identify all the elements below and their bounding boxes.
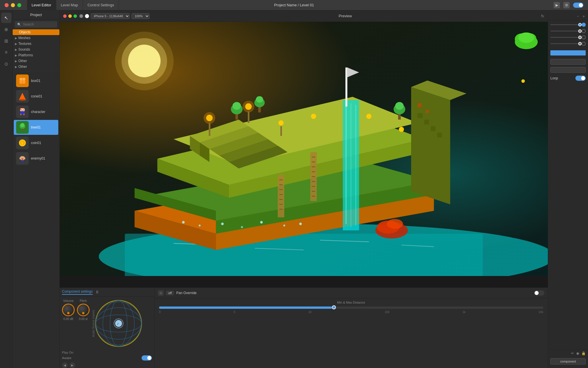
tree-item-sounds[interactable]: ▶ Sounds (13, 47, 59, 52)
slider-track-2[interactable] (550, 31, 580, 31)
distance-ticks: 0 5 10 100 1k 10k (158, 310, 544, 314)
slider-row-3 (550, 35, 586, 39)
slider-thumb-4[interactable] (578, 42, 582, 45)
slider-thumb-3[interactable] (578, 36, 582, 39)
tab-level-map[interactable]: Level Map (56, 0, 83, 10)
tree-label-sounds: Sounds (18, 47, 30, 51)
asset-item-enemy01[interactable]: enemy01 (14, 151, 58, 166)
edit-icon[interactable]: ✏ (571, 351, 574, 355)
tree-label-meshes: Meshes (18, 36, 30, 40)
minimize-button[interactable] (11, 3, 15, 7)
settings-button[interactable]: ⚙ (563, 2, 570, 8)
slider-track-1[interactable] (550, 24, 580, 25)
asset-thumb-tree01 (16, 121, 29, 134)
preview-close[interactable] (63, 14, 67, 18)
tree-arrow-platforms: ▶ (15, 54, 17, 57)
spatial-sphere[interactable]: ♪ Audio Source (name) (94, 299, 143, 348)
tab-control-settings[interactable]: Control Settings (83, 0, 119, 10)
svg-rect-116 (418, 103, 422, 107)
asset-item-cone01[interactable]: cone01 (14, 89, 58, 104)
search-icon: 🔍 (17, 23, 21, 26)
global-toggle[interactable] (573, 3, 583, 8)
preview-minimize[interactable] (68, 14, 72, 18)
radio-2[interactable] (582, 29, 586, 33)
eye-icon[interactable]: ◉ (576, 351, 579, 355)
svg-point-108 (283, 225, 285, 227)
plus-button[interactable]: ＋ (582, 14, 586, 19)
preview-maximize[interactable] (74, 14, 77, 18)
slider-thumb-1[interactable] (578, 23, 582, 26)
distance-slider-thumb[interactable] (332, 305, 336, 309)
tree-label-platforms: Platforms (18, 53, 33, 57)
loop-row: Loop (548, 74, 588, 83)
comp-b-tab[interactable]: B (96, 290, 98, 294)
refresh-button[interactable]: ↻ (541, 14, 544, 18)
zoom-dropdown[interactable]: 100% (131, 13, 150, 19)
mode-retina[interactable] (85, 14, 89, 18)
awake-toggle[interactable] (142, 355, 152, 361)
radio-3[interactable] (582, 35, 586, 39)
device-dropdown[interactable]: iPhone 5 - 1136x640 (91, 13, 130, 19)
radio-1[interactable] (582, 23, 586, 27)
slider-track-3[interactable] (550, 37, 580, 38)
tree-item-meshes[interactable]: ▶ Meshes (13, 35, 59, 41)
asset-thumb-coin01: $ (16, 137, 29, 149)
pan-icon: ⊡ (158, 290, 164, 296)
slider-row-1 (550, 23, 586, 27)
asset-thumb-cone01 (16, 90, 29, 103)
minus-button[interactable]: － (576, 14, 580, 19)
pitch-knob[interactable] (77, 304, 90, 316)
right-panel-toolbar: － ＋ (548, 13, 588, 20)
lock-icon[interactable]: 🔒 (581, 351, 586, 355)
svg-rect-118 (345, 68, 347, 107)
tree-item-objects[interactable]: ▼ Objects (13, 29, 59, 35)
text-field-1[interactable] (550, 59, 586, 65)
search-box[interactable]: 🔍 (15, 21, 57, 28)
preview-canvas[interactable] (60, 22, 548, 288)
play-button[interactable]: ▶ (554, 2, 560, 8)
svg-rect-115 (437, 133, 442, 137)
maximize-button[interactable] (17, 3, 21, 7)
mode-standard[interactable] (79, 14, 83, 18)
prev-button[interactable]: ◀ (62, 362, 68, 368)
move-tool-button[interactable]: ⊕ (1, 24, 11, 34)
text-field-1-container (548, 58, 588, 66)
asset-item-coin01[interactable]: $ coin01 (14, 135, 58, 150)
tree-item-other2[interactable]: ▶ Other (13, 64, 59, 70)
radio-4[interactable] (582, 42, 586, 46)
title-bar: Level Editor Level Map Control Settings … (0, 0, 588, 10)
awake-label: Awake (62, 356, 71, 360)
asset-item-character[interactable]: character (14, 104, 58, 119)
component-button[interactable]: component (550, 358, 586, 365)
distance-slider-track[interactable] (159, 306, 543, 309)
grid-tool-button[interactable]: ⊞ (1, 36, 11, 46)
cursor-tool-button[interactable]: ↖ (1, 13, 11, 23)
loop-toggle[interactable] (575, 76, 586, 81)
distance-label: Min & Max Distance (158, 301, 544, 304)
tree-item-textures[interactable]: ▶ Textures (13, 41, 59, 47)
search-input[interactable] (23, 22, 55, 26)
svg-rect-13 (21, 110, 22, 110)
layers-tool-button[interactable]: ≡ (1, 47, 11, 57)
slider-track-4[interactable] (550, 43, 580, 44)
asset-item-box01[interactable]: box01 (14, 73, 58, 88)
close-button[interactable] (5, 3, 9, 7)
tick-10k: 10k (539, 310, 543, 314)
slider-thumb-2[interactable] (578, 29, 582, 33)
globe-tool-button[interactable]: ⊙ (1, 59, 11, 69)
play-audio-button[interactable]: ▶ (69, 362, 75, 368)
comp-settings-tab[interactable]: Component settings (62, 290, 93, 295)
svg-point-78 (395, 102, 403, 110)
tree-item-platforms[interactable]: ▶ Platforms (13, 52, 59, 58)
tree-label-other2: Other (18, 65, 27, 69)
title-actions: ▶ ⚙ (554, 2, 583, 8)
asset-item-tree01[interactable]: tree01 (14, 120, 58, 135)
tab-level-editor[interactable]: Level Editor (27, 0, 56, 10)
svg-rect-11 (20, 114, 22, 115)
text-field-2[interactable] (550, 67, 586, 73)
svg-rect-80 (248, 112, 249, 123)
tick-10: 10 (308, 310, 312, 314)
tree-item-other1[interactable]: ▶ Other (13, 58, 59, 64)
pan-override-toggle[interactable] (534, 290, 544, 296)
volume-knob[interactable] (62, 304, 75, 316)
